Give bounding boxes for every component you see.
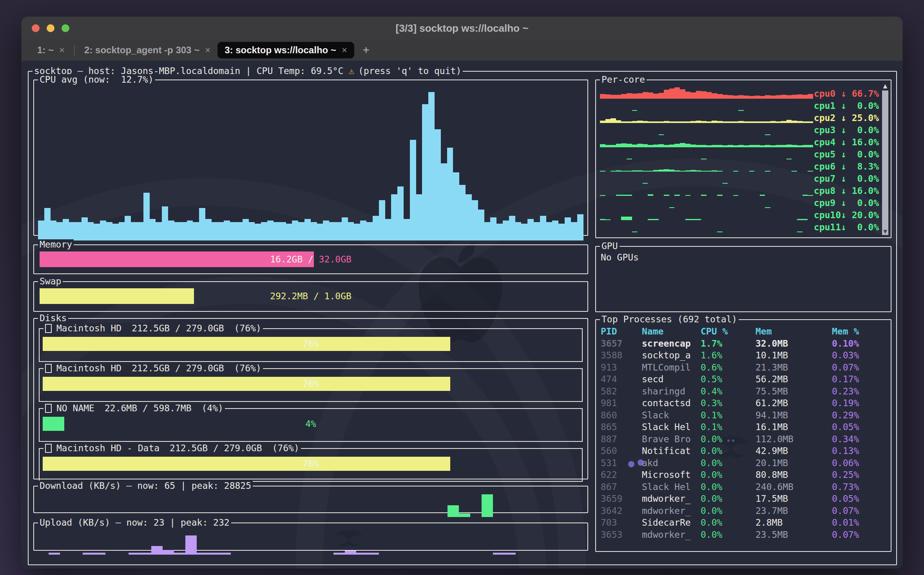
tab-1-close-icon[interactable]: ×: [59, 45, 65, 56]
process-name: sharingd: [642, 385, 701, 398]
per-core-label: cpu3↓0.0%: [814, 125, 879, 135]
per-core-label: cpu0↓66.7%: [814, 89, 879, 99]
tab-2[interactable]: 2: socktop_agent -p 303 ~ ×: [77, 42, 217, 58]
process-row[interactable]: 887 Brave Bro 0.0% 112.0MB 0.34%: [601, 433, 887, 445]
per-core-row: cpu4↓16.0%: [600, 135, 879, 147]
per-core-sparkline: [600, 160, 813, 172]
tab-3-close-icon[interactable]: ×: [342, 45, 347, 56]
core-name: cpu9: [814, 198, 841, 208]
per-core-sparkline: [600, 184, 813, 196]
process-pid: 3642: [601, 505, 642, 517]
memory-title: Memory: [38, 239, 74, 250]
swap-title: Swap: [38, 276, 63, 286]
process-row[interactable]: 3653 mdworker_ 0.0% 23.5MB 0.07%: [601, 529, 887, 541]
gpu-title: GPU: [600, 241, 620, 251]
process-row[interactable]: 474 secd 0.5% 56.2MB 0.17%: [601, 373, 887, 385]
process-row[interactable]: 531 akd 0.0% 20.1MB 0.06%: [601, 457, 887, 469]
process-cpu: 0.0%: [701, 481, 756, 493]
process-mem-pct: 0.05%: [832, 493, 887, 505]
scroll-down-icon[interactable]: ▼: [882, 228, 888, 235]
download-chart: [37, 491, 584, 517]
process-cpu: 0.0%: [701, 433, 756, 445]
arrow-down-icon: ↓: [841, 137, 846, 147]
core-percent: 25.0%: [846, 113, 879, 123]
gpu-message: No GPUs: [596, 247, 891, 268]
tab-separator: [74, 45, 75, 55]
tab-2-label: 2: socktop_agent -p 303 ~: [84, 45, 199, 56]
process-pid: 981: [601, 397, 642, 409]
process-pid: 913: [601, 362, 642, 374]
per-core-scrollbar[interactable]: ▲ ▼: [881, 82, 889, 236]
process-mem: 2.8MB: [756, 517, 832, 529]
top-processes-panel: Top Processes (692 total) PID Name CPU %…: [595, 319, 891, 552]
process-mem: 240.6MB: [756, 481, 832, 493]
disk-list: Macintosh HD212.5GB / 279.0GB(76%) 76% M…: [39, 328, 583, 482]
gpu-panel: GPU No GPUs: [595, 246, 891, 312]
process-row[interactable]: 622 Microsoft 0.0% 80.8MB 0.25%: [601, 469, 887, 481]
core-name: cpu4: [814, 137, 841, 147]
scroll-up-icon[interactable]: ▲: [883, 82, 888, 90]
core-percent: 0.0%: [846, 101, 879, 111]
disk-name: Macintosh HD: [56, 323, 121, 333]
core-percent: 0.0%: [846, 149, 879, 159]
process-mem: 20.1MB: [756, 457, 832, 469]
core-name: cpu7: [814, 174, 841, 184]
process-row[interactable]: 703 SidecarRe 0.0% 2.8MB 0.01%: [601, 517, 887, 529]
process-row[interactable]: 3659 mdworker_ 0.0% 17.5MB 0.05%: [601, 493, 887, 505]
process-row[interactable]: 3588 socktop_a 1.6% 10.1MB 0.03%: [601, 349, 887, 362]
new-tab-button[interactable]: +: [363, 44, 369, 56]
process-row[interactable]: 860 Slack 0.1% 94.1MB 0.29%: [601, 409, 887, 421]
process-mem: 80.8MB: [756, 469, 832, 481]
scrollbar-track[interactable]: ▼: [882, 90, 888, 235]
disk-icon: [45, 444, 52, 453]
process-mem-pct: 0.29%: [832, 409, 887, 421]
tab-bar: 1: ~ × 2: socktop_agent -p 303 ~ × 3: so…: [22, 40, 902, 61]
disk-name: NO NAME: [56, 403, 94, 413]
per-core-rows: cpu0↓66.7% cpu1↓0.0% cpu2↓25.0% cpu3↓0.0…: [600, 87, 879, 232]
core-name: cpu0: [814, 89, 841, 99]
process-pid: 3653: [601, 529, 642, 541]
process-mem: 17.5MB: [756, 493, 832, 505]
cpu-avg-panel: CPU avg (now: 12.7%): [33, 80, 588, 236]
disk-percent: (76%): [234, 323, 261, 333]
download-title: Download (KB/s) — now: 65 | peak: 28825: [38, 481, 253, 491]
disk-gauge-label: 4%: [43, 417, 579, 431]
process-row[interactable]: 865 Slack Hel 0.1% 16.1MB 0.05%: [601, 421, 887, 433]
disk-title: Macintosh HD212.5GB / 279.0GB(76%): [43, 323, 263, 333]
process-row[interactable]: 981 contactsd 0.3% 61.2MB 0.19%: [601, 397, 887, 409]
tab-2-close-icon[interactable]: ×: [205, 45, 210, 56]
swap-gauge: 292.2MB / 1.0GB: [40, 288, 582, 304]
process-row[interactable]: 560 Notificat 0.0% 42.9MB 0.13%: [601, 445, 887, 457]
process-cpu: 0.0%: [701, 493, 756, 505]
process-mem-pct: 0.07%: [832, 529, 887, 541]
tab-3-active[interactable]: 3: socktop ws://localho ~ ×: [217, 42, 354, 58]
process-cpu: 0.0%: [701, 517, 756, 529]
process-pid: 560: [601, 445, 642, 457]
process-cpu: 1.7%: [701, 338, 756, 350]
process-pid: 582: [601, 385, 642, 398]
process-row[interactable]: 3657 screencap 1.7% 32.0MB 0.10%: [601, 338, 887, 350]
col-pid: PID: [601, 325, 642, 338]
process-row[interactable]: 3642 mdworker_ 0.0% 23.7MB 0.07%: [601, 505, 887, 517]
tab-1[interactable]: 1: ~ ×: [30, 42, 72, 58]
process-cpu: 0.4%: [701, 385, 756, 398]
process-row[interactable]: 867 Slack Hel 0.0% 240.6MB 0.73%: [601, 481, 887, 493]
cpu-avg-title: CPU avg (now: 12.7%): [38, 74, 155, 85]
process-mem: 75.5MB: [756, 385, 832, 398]
per-core-row: cpu6↓8.3%: [600, 159, 879, 172]
process-row[interactable]: 582 sharingd 0.4% 75.5MB 0.23%: [601, 385, 887, 398]
disk-title: NO NAME22.6MB / 598.7MB(4%): [43, 403, 225, 413]
process-cpu: 1.6%: [701, 349, 756, 362]
disk-icon: [45, 324, 52, 333]
disk-gauge-percent: 76%: [303, 379, 319, 389]
download-panel: Download (KB/s) — now: 65 | peak: 28825: [33, 486, 588, 513]
process-mem-pct: 0.06%: [832, 457, 887, 469]
upload-panel: Upload (KB/s) — now: 23 | peak: 232: [33, 523, 588, 551]
core-name: cpu10: [814, 210, 841, 220]
disk-usage: 212.5GB / 279.0GB: [132, 323, 224, 333]
process-cpu: 0.6%: [701, 362, 756, 374]
arrow-down-icon: ↓: [841, 222, 846, 232]
process-mem: 21.3MB: [756, 362, 832, 374]
per-core-sparkline: [600, 148, 813, 159]
process-row[interactable]: 913 MTLCompil 0.6% 21.3MB 0.07%: [601, 362, 887, 374]
